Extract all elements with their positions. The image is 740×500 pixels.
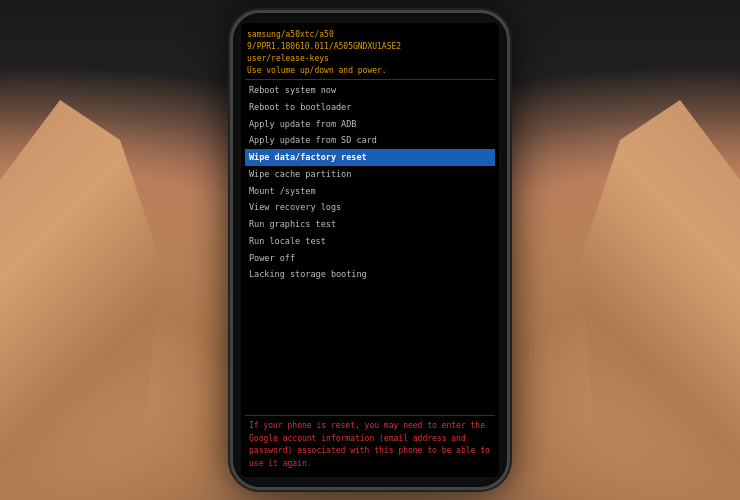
menu-item[interactable]: Lacking storage booting	[245, 266, 495, 283]
menu-item[interactable]: Wipe data/factory reset	[245, 149, 495, 166]
phone-screen: samsung/a50xtc/a50 9/PPR1.180610.011/A50…	[241, 23, 499, 477]
menu-item[interactable]: Apply update from ADB	[245, 116, 495, 133]
header-line2: 9/PPR1.180610.011/A505GNDXU1ASE2	[247, 41, 493, 53]
menu-item[interactable]: Apply update from SD card	[245, 132, 495, 149]
warning-text: If your phone is reset, you may need to …	[249, 420, 493, 471]
menu-item[interactable]: Reboot system now	[245, 82, 495, 99]
menu-item[interactable]: Run locale test	[245, 233, 495, 250]
scene: samsung/a50xtc/a50 9/PPR1.180610.011/A50…	[0, 0, 740, 500]
menu-item[interactable]: View recovery logs	[245, 199, 495, 216]
menu-item[interactable]: Wipe cache partition	[245, 166, 495, 183]
header-line3: user/release-keys	[247, 53, 493, 65]
warning-box: If your phone is reset, you may need to …	[245, 415, 495, 471]
recovery-menu: Reboot system nowReboot to bootloaderApp…	[245, 82, 495, 411]
menu-item[interactable]: Power off	[245, 250, 495, 267]
volume-button	[230, 133, 232, 163]
phone: samsung/a50xtc/a50 9/PPR1.180610.011/A50…	[230, 10, 510, 490]
menu-item[interactable]: Reboot to bootloader	[245, 99, 495, 116]
menu-item[interactable]: Mount /system	[245, 183, 495, 200]
menu-item[interactable]: Run graphics test	[245, 216, 495, 233]
power-button	[508, 113, 510, 163]
recovery-header: samsung/a50xtc/a50 9/PPR1.180610.011/A50…	[245, 29, 495, 80]
header-line1: samsung/a50xtc/a50	[247, 29, 493, 41]
header-line4: Use volume up/down and power.	[247, 65, 493, 77]
